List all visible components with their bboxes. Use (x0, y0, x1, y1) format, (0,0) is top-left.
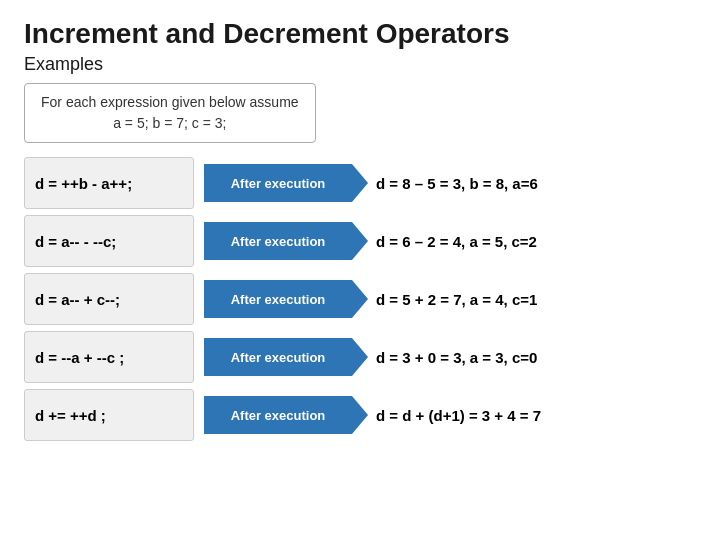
info-box: For each expression given below assume a… (24, 83, 316, 143)
table-row: d = --a + --c ;After executiond = 3 + 0 … (24, 331, 696, 383)
result-cell-1: d = 6 – 2 = 4, a = 5, c=2 (362, 215, 696, 267)
table-row: d = a-- - --c;After executiond = 6 – 2 =… (24, 215, 696, 267)
table-row: d += ++d ;After executiond = d + (d+1) =… (24, 389, 696, 441)
code-cell-1: d = a-- - --c; (24, 215, 194, 267)
info-line2: a = 5; b = 7; c = 3; (41, 113, 299, 134)
after-execution-arrow-1: After execution (204, 222, 352, 260)
after-execution-arrow-2: After execution (204, 280, 352, 318)
result-cell-0: d = 8 – 5 = 3, b = 8, a=6 (362, 157, 696, 209)
result-cell-4: d = d + (d+1) = 3 + 4 = 7 (362, 389, 696, 441)
result-cell-3: d = 3 + 0 = 3, a = 3, c=0 (362, 331, 696, 383)
examples-container: d = ++b - a++;After executiond = 8 – 5 =… (24, 157, 696, 441)
page-subtitle: Examples (24, 54, 696, 75)
info-line1: For each expression given below assume (41, 92, 299, 113)
code-cell-4: d += ++d ; (24, 389, 194, 441)
page-title: Increment and Decrement Operators (24, 18, 696, 50)
after-execution-arrow-3: After execution (204, 338, 352, 376)
code-cell-0: d = ++b - a++; (24, 157, 194, 209)
after-execution-arrow-4: After execution (204, 396, 352, 434)
code-cell-2: d = a-- + c--; (24, 273, 194, 325)
table-row: d = a-- + c--;After executiond = 5 + 2 =… (24, 273, 696, 325)
after-execution-arrow-0: After execution (204, 164, 352, 202)
table-row: d = ++b - a++;After executiond = 8 – 5 =… (24, 157, 696, 209)
result-cell-2: d = 5 + 2 = 7, a = 4, c=1 (362, 273, 696, 325)
code-cell-3: d = --a + --c ; (24, 331, 194, 383)
